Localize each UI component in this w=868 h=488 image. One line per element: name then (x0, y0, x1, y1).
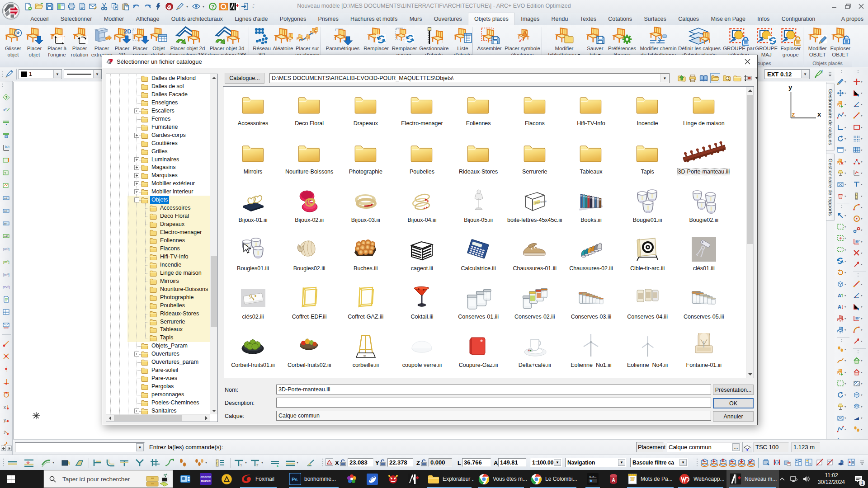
view-cube-icon[interactable] (737, 458, 746, 467)
grid-item-nouriture-boissons[interactable]: Nouriture-Boissons (281, 138, 337, 175)
copy-icon[interactable] (110, 2, 119, 11)
right-tool2-pencil[interactable]: ▾ (835, 76, 852, 87)
status-tool-icon[interactable] (794, 458, 802, 467)
left-tool-s3[interactable] (1, 362, 12, 375)
grid-item-conserves-05-iii[interactable]: Conserves-05.iii (676, 283, 732, 320)
grid-item-conserves-03-iii[interactable]: Conserves-03.iii (563, 283, 619, 320)
left-tool-lsq3[interactable]: [m¹] (1, 267, 12, 281)
tree-item-mirroirs[interactable]: Mirroirs (106, 277, 210, 286)
grid-item-coupole-verre-iii[interactable]: coupole verre.iii (394, 331, 450, 369)
right-tool2-trash[interactable]: ▾ (835, 190, 852, 202)
right-tool-rline[interactable]: ▾ (852, 110, 868, 122)
line-style-combo[interactable]: ▼ (64, 69, 102, 79)
wall-tool-icon[interactable] (164, 458, 175, 468)
tree-item-mobilier-ext-rieur[interactable]: Mobilier extérieur (106, 180, 210, 188)
new-file-icon[interactable] (24, 2, 33, 11)
grid-item-eolienne-no4-iii[interactable]: Eolienne_No4.iii (619, 331, 675, 369)
grid-item-eolienne-no1-iii[interactable]: Eolienne_No1.iii (563, 331, 619, 369)
ribbon-item-placer[interactable]: Placerrotation (69, 25, 90, 60)
taskbar-app-arcplus-task[interactable]: Nouveau m... (726, 470, 779, 488)
wall-tool-icon[interactable] (24, 458, 34, 468)
lock-icon[interactable] (420, 459, 428, 466)
right-tool-circ[interactable]: ▾ (852, 213, 868, 225)
grid-item-fontaine-01-iii[interactable]: Fontaine-01.iii (676, 331, 732, 369)
tree-item-photographie[interactable]: Photographie (106, 294, 210, 302)
task-view-button[interactable] (156, 470, 175, 488)
placement-field[interactable]: Placement (636, 442, 664, 452)
taskbar-app-access[interactable]: A (604, 470, 623, 488)
right-tool-foot[interactable]: ▾ (852, 424, 868, 435)
tree-item-flacons[interactable]: Flacons (106, 245, 210, 253)
taskbar-app-chrome[interactable]: Vous êtes m... (475, 470, 527, 488)
tray-chevron-icon[interactable] (777, 470, 788, 488)
pen-color-combo[interactable]: 1▼ (19, 69, 62, 79)
left-tool-lm3[interactable]: m³ (1, 217, 12, 230)
grid-item-books-iii[interactable]: Books.iii (563, 186, 619, 224)
help-icon[interactable]: ? (208, 2, 217, 11)
right-tool2-cube[interactable]: ▾ (835, 278, 852, 290)
left-tool-s4[interactable] (1, 375, 12, 388)
stop-icon[interactable] (165, 2, 174, 11)
x-coordinate-field[interactable]: 23.083 (348, 458, 373, 467)
status-tool-icon[interactable] (816, 458, 824, 467)
nom-input[interactable]: 3D-Porte-manteau.iii (276, 385, 711, 394)
description-input[interactable] (276, 398, 711, 408)
tree-item-pare-vues[interactable]: Pare-vues (106, 375, 210, 383)
grid-item-incendie[interactable]: Incendie (619, 89, 675, 127)
angle-field[interactable]: 149.81 (498, 458, 526, 467)
right-tool-b3d[interactable]: ▾ (852, 389, 868, 401)
tree-item-luminaires[interactable]: Luminaires (106, 156, 210, 164)
taskbar-app-photoshop[interactable]: Psbonhomme... (286, 470, 341, 488)
start-button[interactable] (0, 470, 22, 488)
taskbar-app-chrome[interactable]: Le Colombi... (528, 470, 579, 488)
grid-scroll-up-icon[interactable] (746, 87, 754, 94)
menu-tab-lignes-d-aide[interactable]: Lignes d'aide (229, 13, 274, 25)
right-tool-ang[interactable]: ▾ (852, 99, 868, 110)
tree-item-accessoires[interactable]: Accessoires (106, 204, 210, 212)
tree-scroll-down-icon[interactable] (210, 407, 217, 414)
taskbar-app-amazon-music[interactable]: amazonmusic (196, 470, 216, 488)
view-cube-icon[interactable] (747, 458, 755, 467)
grid-item-mirroirs[interactable]: Mirroirs (225, 138, 281, 175)
left-tool-s7[interactable]: y (1, 413, 12, 426)
right-tool2-foot[interactable]: ▾ (835, 344, 852, 355)
wall-tool-icon[interactable] (285, 458, 296, 468)
tree-item-tableaux[interactable]: Tableaux (106, 326, 210, 334)
menu-tab-rendu[interactable]: Rendu (545, 13, 574, 25)
right-tool2-rot[interactable]: ▾ (835, 389, 852, 401)
grid-item-conserves-04-iii[interactable]: Conserves-04.iii (619, 283, 675, 320)
tree-scroll-up-icon[interactable] (210, 74, 217, 81)
grid-item-boite-lettres-45x45c-iii[interactable]: COURRIERboite-lettres-45x45c.iii (507, 186, 563, 224)
tree-item-electro-menager[interactable]: Electro-menager (106, 229, 210, 237)
app-logo-icon[interactable] (2, 2, 19, 19)
right-tool-house2[interactable]: ▾ (852, 366, 868, 378)
menu-tab-images[interactable]: Images (515, 13, 545, 25)
wall-tool-icon[interactable]: 1 (233, 458, 244, 468)
wall-tool-icon[interactable] (178, 458, 189, 468)
left-tool-lw1[interactable] (1, 116, 12, 129)
grid-item-eoliennes[interactable]: Eoliennes (450, 89, 506, 127)
presentation-button[interactable]: Présentation... (713, 385, 754, 395)
lock-icon[interactable] (340, 459, 347, 466)
menu-tab-ouvertures[interactable]: Ouvertures (428, 13, 468, 25)
tree-scroll-right-icon[interactable] (203, 415, 210, 422)
save-icon[interactable] (45, 2, 54, 11)
wall-tool-icon[interactable] (119, 458, 130, 468)
menu-tab-cotations[interactable]: Cotations (602, 13, 638, 25)
menu-tab-calques[interactable]: Calques (672, 13, 705, 25)
tree-item-incendie[interactable]: Incendie (106, 261, 210, 269)
scale-combo[interactable]: 1:100.00▼ (530, 458, 562, 467)
navigation-combo[interactable]: Navigation▼ (565, 458, 627, 467)
ribbon-item-groupe[interactable]: GROUPEMAJ (755, 25, 778, 60)
y-coordinate-field[interactable]: 22.378 (387, 458, 413, 467)
right-tool2-chx[interactable]: ▾ (835, 156, 852, 167)
tree-scroll-thumb[interactable] (211, 256, 217, 327)
right-tool-tsq[interactable]: ▾ (852, 179, 868, 190)
right-tool-stack[interactable]: ▾ (852, 401, 868, 412)
right-tool-chart[interactable]: ▾ (852, 167, 868, 178)
menu-tab-prismes[interactable]: Prismes (312, 13, 344, 25)
grid-item-bougie02-iii[interactable]: Bougie02.iii (676, 186, 732, 224)
brush-icon[interactable] (175, 2, 184, 11)
left-tool-lx2[interactable]: x² (1, 103, 12, 116)
grid-item-cl-s02-iii[interactable]: clés02.iii (225, 283, 281, 320)
